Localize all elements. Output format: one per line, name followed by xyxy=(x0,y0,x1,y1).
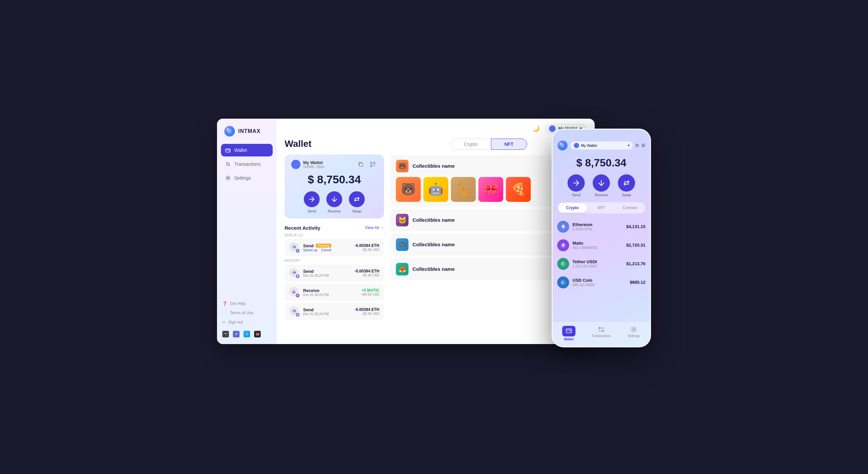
left-panel: Wallet My Wallet 0x8968...6Bce xyxy=(285,139,384,337)
eth-badge-0 xyxy=(296,274,300,278)
usdc-logo: $ xyxy=(557,276,569,288)
sign-out-link[interactable]: ↩ Sign out xyxy=(222,318,271,327)
queue-item-left: Send Pending Speed up Cancel xyxy=(289,242,331,253)
terms-link[interactable]: 📄 Terms of Use xyxy=(222,308,271,318)
history-1-amount: +5 MATIC +$4.58 USD xyxy=(361,288,379,296)
mobile-swap-button[interactable]: Swap xyxy=(618,174,635,197)
svg-point-16 xyxy=(560,143,562,145)
qr-code-button[interactable] xyxy=(368,160,377,169)
nft-item-0-2[interactable]: 🦒 xyxy=(451,177,476,202)
receive-icon-circle xyxy=(326,191,342,207)
matic-logo xyxy=(557,239,569,251)
eth-name: Ethereum xyxy=(572,222,623,227)
camera-social-icon[interactable]: 📷 xyxy=(222,331,229,337)
matic-usd: $2,720.31 xyxy=(626,243,645,247)
sidebar-wallet-label: Wallet xyxy=(234,148,247,153)
queue-eth-amount: -0.00394 ETH xyxy=(354,243,379,248)
usdt-name: Tether USDt xyxy=(572,259,623,264)
discord-social-icon[interactable]: ⚡ xyxy=(233,331,240,337)
tab-crypto[interactable]: Crypto xyxy=(450,139,491,150)
history-0-date: Dec 01 05:24 PM xyxy=(303,274,329,277)
nft-collection-1-name: Collectibles name xyxy=(412,217,455,223)
terms-icon: 📄 xyxy=(222,310,227,315)
mobile-app: My Wallet ▾ ⧉ ⊞ $ 8,750.34 Send xyxy=(552,128,651,347)
history-item-1: Receive Dec 01 05:24 PM +5 MATIC +$4.58 … xyxy=(285,284,384,301)
swap-button[interactable]: Swap xyxy=(349,191,365,213)
history-item-0: Send Dec 01 05:24 PM -0.00394 ETH -$5.36… xyxy=(285,265,384,282)
crypto-item-matic[interactable]: Matic 4017.88 MATIC $2,720.31 xyxy=(557,236,645,255)
page-body: Wallet My Wallet 0x8968...6Bce xyxy=(277,139,595,344)
get-help-link[interactable]: ❓ Get Help xyxy=(222,299,271,308)
nft-item-0-4[interactable]: 🍕 xyxy=(506,177,531,202)
nft-item-0-3[interactable]: 🎀 xyxy=(478,177,503,202)
mobile-tabs: Crypto NFT Connect xyxy=(557,202,645,213)
mobile-nav-wallet[interactable]: Wallet xyxy=(553,326,585,341)
history-0-type: Send xyxy=(303,269,329,274)
dark-mode-toggle[interactable]: 🌙 xyxy=(532,125,540,132)
mobile-receive-button[interactable]: Receive xyxy=(593,174,610,197)
mobile-wallet-selector[interactable]: My Wallet ▾ xyxy=(570,142,633,149)
nft-collection-0-name: Collectibles name xyxy=(412,163,455,169)
twitter-social-icon[interactable]: 𝕏 xyxy=(244,331,250,337)
sidebar-footer: ❓ Get Help 📄 Terms of Use ↩ Sign out 📷 ⚡… xyxy=(217,299,277,337)
mobile-nav-settings[interactable]: Settings xyxy=(618,326,650,341)
queue-type: Send Pending xyxy=(303,243,331,248)
mobile-tab-crypto[interactable]: Crypto xyxy=(558,203,587,212)
history-2-details: Send Dec 01 05:24 PM xyxy=(303,307,329,316)
recent-activity-header: Recent Activity View All → xyxy=(285,225,384,231)
eth-amount: 2.2432 ETH xyxy=(572,227,623,231)
sidebar: INTMAX Wallet xyxy=(217,119,277,344)
wallet-icon xyxy=(225,147,231,153)
queue-item-details: Send Pending Speed up Cancel xyxy=(303,243,331,252)
mobile-receive-icon xyxy=(593,174,610,191)
svg-rect-23 xyxy=(570,331,571,331)
send-button[interactable]: Send xyxy=(304,191,320,213)
sidebar-logo: INTMAX xyxy=(217,125,277,144)
wallet-avatar xyxy=(291,160,301,169)
svg-rect-3 xyxy=(226,149,230,152)
crypto-item-usdt[interactable]: T Tether USDt 1,213.76 USDT $1,213.76 xyxy=(557,255,645,273)
history-2-amount: -0.00394 ETH -$5.36 USD xyxy=(354,307,379,316)
mobile-balance-amount: $ 8,750.34 xyxy=(553,157,650,169)
swap-icon-circle xyxy=(349,191,365,207)
mobile-nav-transactions[interactable]: Transactions xyxy=(585,326,618,341)
crypto-item-eth[interactable]: Ethereum 2.2432 ETH $4,131.15 xyxy=(557,217,645,236)
swap-label: Swap xyxy=(352,209,362,213)
nft-item-0-1[interactable]: 🤖 xyxy=(424,177,448,202)
mobile-copy-icon[interactable]: ⧉ xyxy=(636,143,639,148)
sidebar-item-transactions[interactable]: Transactions xyxy=(221,158,273,170)
mobile-tab-nft[interactable]: NFT xyxy=(587,203,616,212)
mobile-tab-connect[interactable]: Connect xyxy=(616,203,644,212)
eth-logo xyxy=(557,221,569,233)
nft-collection-0-thumb: 🐻 xyxy=(396,160,408,172)
history-1-icon-wrap xyxy=(289,287,300,298)
sidebar-item-wallet[interactable]: Wallet xyxy=(221,144,273,156)
receive-button[interactable]: Receive xyxy=(326,191,342,213)
desktop-app: INTMAX Wallet xyxy=(217,119,595,344)
sidebar-nav: Wallet Transactions xyxy=(217,144,277,299)
matic-amount: 4017.88 MATIC xyxy=(572,246,623,249)
nft-item-0-0[interactable]: 🐻 xyxy=(396,177,421,202)
crypto-item-usdc[interactable]: $ USD Coin 685.12 USDC $685.12 xyxy=(557,273,645,292)
mobile-send-icon xyxy=(567,174,585,191)
recent-activity-title: Recent Activity xyxy=(285,225,320,231)
settings-icon xyxy=(225,175,231,181)
mobile-receive-label: Receive xyxy=(595,193,608,197)
mobile-send-label: Send xyxy=(572,193,581,197)
copy-address-button[interactable] xyxy=(356,160,365,169)
sidebar-settings-label: Settings xyxy=(234,175,251,181)
app-name: INTMAX xyxy=(238,128,260,134)
history-0-usd: -$5.36 USD xyxy=(354,273,379,277)
speed-up-link[interactable]: Speed up xyxy=(303,248,317,252)
sidebar-item-settings[interactable]: Settings xyxy=(221,172,273,184)
view-all-link[interactable]: View All → xyxy=(365,226,384,230)
mobile-send-button[interactable]: Send xyxy=(567,174,585,197)
mobile-nav-settings-icon xyxy=(630,326,638,333)
mobile-qr-icon[interactable]: ⊞ xyxy=(641,143,645,148)
github-social-icon[interactable]: 🐙 xyxy=(254,331,261,337)
svg-rect-10 xyxy=(371,163,371,163)
svg-rect-6 xyxy=(360,163,363,167)
svg-rect-11 xyxy=(374,163,374,163)
tab-nft[interactable]: NFT xyxy=(491,139,527,150)
cancel-link[interactable]: Cancel xyxy=(321,248,331,252)
